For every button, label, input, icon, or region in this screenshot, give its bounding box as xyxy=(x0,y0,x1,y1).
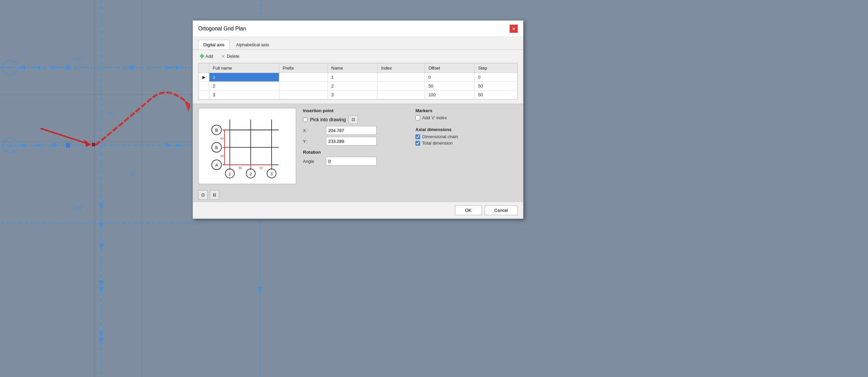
dimensional-chain-row: Dimensional chain xyxy=(415,134,518,139)
svg-text:50: 50 xyxy=(221,137,224,140)
cell-offset: 100 xyxy=(425,91,475,99)
col-arrow xyxy=(199,64,209,73)
add-c-index-label: Add 'c' index xyxy=(422,115,447,120)
tab-alphabetical-axis[interactable]: Alphabetical axis xyxy=(231,40,274,49)
dialog: Ortogonal Grid Plan × Digital axis Alpha… xyxy=(193,20,524,219)
pick-drawing-checkbox[interactable] xyxy=(303,118,307,122)
total-dimension-checkbox[interactable] xyxy=(415,141,420,146)
insertion-point-title: Insertion point xyxy=(303,108,405,113)
y-row: Y: xyxy=(303,137,405,146)
svg-marker-33 xyxy=(165,143,172,148)
markers-title: Markers xyxy=(415,108,518,113)
table-row[interactable]: 3310050 xyxy=(199,91,517,99)
svg-marker-39 xyxy=(99,338,104,345)
add-c-index-checkbox[interactable] xyxy=(415,116,420,120)
svg-marker-29 xyxy=(34,143,41,148)
dimensional-chain-label: Dimensional chain xyxy=(422,134,458,139)
dialog-close-button[interactable]: × xyxy=(510,25,518,33)
y-label: Y: xyxy=(303,139,323,144)
svg-text:2: 2 xyxy=(250,172,252,176)
add-button[interactable]: ✚ Add xyxy=(198,52,214,60)
two-cols: Insertion point Pick into drawing ⊡ X: xyxy=(303,108,518,184)
dimensional-chain-checkbox[interactable] xyxy=(415,134,420,139)
col-offset: Offset xyxy=(425,64,475,73)
svg-marker-28 xyxy=(19,143,25,148)
svg-text:100: 100 xyxy=(74,205,82,210)
angle-row: Angle xyxy=(303,157,405,166)
svg-text:50: 50 xyxy=(221,154,224,158)
dialog-toolbar: ✚ Add ✕ Delete xyxy=(193,50,523,63)
cell-fullname: 3 xyxy=(209,91,279,99)
svg-text:100: 100 xyxy=(74,56,82,61)
y-input[interactable] xyxy=(326,137,377,146)
table-row[interactable]: 225050 xyxy=(199,82,517,91)
svg-text:1: 1 xyxy=(229,172,231,176)
svg-rect-18 xyxy=(130,65,134,70)
svg-rect-31 xyxy=(66,143,70,148)
svg-marker-42 xyxy=(84,139,91,147)
cell-step: 50 xyxy=(475,91,517,99)
svg-text:Б: Б xyxy=(8,65,12,70)
svg-marker-38 xyxy=(258,287,262,294)
table-row[interactable]: ▶1100 xyxy=(199,73,517,82)
dialog-bottom-section: 50 50 50 50 В Б А 1 2 xyxy=(193,104,523,188)
delete-icon: ✕ xyxy=(221,54,225,59)
preview-icon-btn-2[interactable]: ⊟ xyxy=(210,190,219,200)
svg-text:Б: Б xyxy=(215,145,218,150)
cell-prefix xyxy=(279,82,328,91)
tab-digital-axis[interactable]: Digital axis xyxy=(198,40,230,49)
total-dimension-row: Total dimension xyxy=(415,141,518,146)
svg-text:3: 3 xyxy=(271,172,273,176)
cell-index xyxy=(378,91,425,99)
x-input[interactable] xyxy=(326,126,377,135)
data-table-container: Full name Prefix Name Index Offset Step … xyxy=(198,63,518,100)
col-index: Index xyxy=(378,64,425,73)
pick-button[interactable]: ⊡ xyxy=(349,115,358,124)
add-c-index-row: Add 'c' index xyxy=(415,115,518,120)
col-left: Insertion point Pick into drawing ⊡ X: xyxy=(303,108,405,184)
delete-button[interactable]: ✕ Delete xyxy=(220,53,241,60)
cell-offset: 50 xyxy=(425,82,475,91)
dialog-buttons: OK Cancel xyxy=(193,202,523,219)
row-selector xyxy=(199,82,209,91)
add-icon: ✚ xyxy=(200,53,204,59)
svg-text:А: А xyxy=(215,163,218,168)
insertion-point-section: Insertion point Pick into drawing ⊡ X: xyxy=(303,108,405,146)
col-right: Markers Add 'c' index Axial dimensions D… xyxy=(415,108,518,184)
svg-marker-24 xyxy=(99,243,104,250)
svg-text:50: 50 xyxy=(108,110,113,116)
cell-step: 0 xyxy=(475,73,517,82)
svg-rect-32 xyxy=(92,143,95,146)
svg-marker-16 xyxy=(49,65,56,70)
svg-text:50: 50 xyxy=(129,171,134,177)
svg-point-10 xyxy=(3,60,18,75)
rotation-title: Rotation xyxy=(303,150,405,155)
cell-fullname: 2 xyxy=(209,82,279,91)
pick-drawing-row: Pick into drawing ⊡ xyxy=(303,115,405,124)
cell-prefix xyxy=(279,73,328,82)
svg-marker-21 xyxy=(176,65,182,70)
add-label: Add xyxy=(205,54,213,59)
cell-step: 50 xyxy=(475,82,517,91)
svg-rect-17 xyxy=(66,65,70,70)
svg-marker-43 xyxy=(184,100,190,111)
svg-marker-20 xyxy=(165,65,172,70)
x-label: X: xyxy=(303,128,323,133)
properties-area: Insertion point Pick into drawing ⊡ X: xyxy=(303,108,518,184)
angle-input[interactable] xyxy=(326,157,377,166)
svg-marker-34 xyxy=(176,143,182,148)
axial-dimensions-section: Axial dimensions Dimensional chain Total… xyxy=(415,127,518,146)
dialog-titlebar: Ortogonal Grid Plan × xyxy=(193,21,523,37)
svg-marker-23 xyxy=(99,223,104,230)
svg-marker-22 xyxy=(99,203,104,209)
col-prefix: Prefix xyxy=(279,64,328,73)
x-row: X: xyxy=(303,126,405,135)
ok-button[interactable]: OK xyxy=(455,205,482,215)
total-dimension-label: Total dimension xyxy=(422,141,453,146)
pick-drawing-label: Pick into drawing xyxy=(310,117,346,122)
svg-marker-37 xyxy=(99,287,104,294)
cell-index xyxy=(378,82,425,91)
cell-fullname: 1 xyxy=(209,73,279,82)
preview-icon-btn-1[interactable]: ⊡ xyxy=(198,190,208,200)
cancel-button[interactable]: Cancel xyxy=(485,205,518,215)
